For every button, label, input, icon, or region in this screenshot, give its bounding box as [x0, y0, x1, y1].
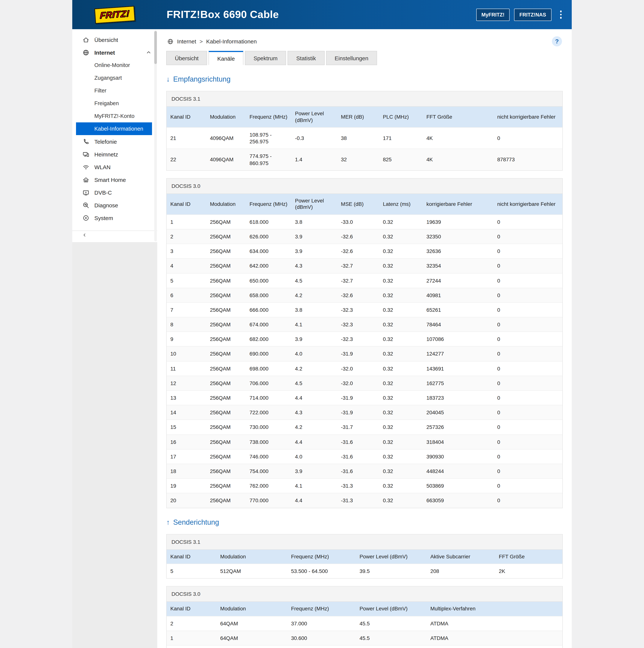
table-cell: 11: [166, 361, 206, 376]
column-header: MER (dB): [337, 107, 379, 127]
myfritz-button[interactable]: MyFRITZ!: [476, 8, 510, 21]
table-cell: 663059: [423, 493, 493, 508]
table-cell: 4.2: [291, 288, 337, 303]
table-cell: 722.000: [246, 405, 291, 420]
table-row: 9256QAM682.0003.9-32.30.321070860: [166, 332, 562, 346]
table-cell: 0.32: [379, 229, 423, 244]
tab-einstellungen[interactable]: Einstellungen: [326, 51, 377, 65]
globe-icon: [82, 49, 90, 56]
sidebar-collapse-icon[interactable]: [72, 231, 157, 239]
sidebar-item-wlan[interactable]: WLAN: [72, 161, 157, 173]
table-cell: 107086: [423, 332, 493, 346]
sidebar-item-heimnetz[interactable]: Heimnetz: [72, 148, 157, 161]
table-cell: 0.32: [379, 464, 423, 479]
table-cell: -32.0: [337, 361, 379, 376]
table-cell: -31.3: [337, 493, 379, 508]
fritz-logo-text: FRITZ!: [100, 8, 130, 20]
table-cell: 0.32: [379, 449, 423, 464]
upstream-docsis30-block: DOCSIS 3.0 Kanal IDModulationFrequenz (M…: [166, 586, 563, 648]
tab-spektrum[interactable]: Spektrum: [245, 51, 286, 65]
table-cell: -31.7: [337, 420, 379, 434]
sidebar-item-filter[interactable]: Filter: [72, 84, 157, 97]
sidebar-scrollbar-thumb[interactable]: [154, 31, 157, 64]
sidebar-item-online-monitor[interactable]: Online-Monitor: [72, 59, 157, 71]
sidebar-item-myfritz-konto[interactable]: MyFRITZ!-Konto: [72, 110, 157, 122]
table-cell: 0: [493, 346, 562, 361]
table-cell: 3.8: [291, 303, 337, 317]
sidebar-item-diagnose[interactable]: Diagnose: [72, 199, 157, 211]
table-cell: 27244: [423, 273, 493, 288]
table-cell: 64QAM: [216, 616, 287, 631]
table-cell: 3.9: [291, 244, 337, 258]
column-header: Power Level (dBmV): [291, 194, 337, 215]
sidebar-item-internet[interactable]: Internet: [72, 46, 157, 59]
table-row: 20256QAM770.0004.4-31.30.326630590: [166, 493, 562, 508]
table-cell: 43.400: [287, 645, 356, 648]
table-cell: 256QAM: [206, 434, 246, 449]
table-cell: 171: [379, 127, 423, 149]
page: FRITZ! FRITZ!Box 6690 Cable MyFRITZ! FRI…: [0, 0, 644, 648]
table-row: 6256QAM658.0004.2-32.60.32409810: [166, 288, 562, 303]
table-row: 264QAM37.00045.5ATDMA: [166, 616, 562, 631]
sidebar-item-dvb-c[interactable]: DVB-C: [72, 186, 157, 199]
table-cell: 3.9: [291, 464, 337, 479]
table-cell: -31.9: [337, 405, 379, 420]
table-cell: 256QAM: [206, 405, 246, 420]
column-header: Frequenz (MHz): [246, 194, 291, 215]
table-cell: 762.000: [246, 479, 291, 493]
table-cell: 65261: [423, 303, 493, 317]
sidebar-item-system[interactable]: System: [72, 211, 157, 224]
table-row: 1256QAM618.0003.8-33.00.32196390: [166, 215, 562, 229]
table-cell: 45.5: [356, 616, 427, 631]
table-cell: -33.0: [337, 215, 379, 229]
sidebar-item-zugangsart[interactable]: Zugangsart: [72, 71, 157, 84]
table-cell: 0: [493, 405, 562, 420]
table-cell: 0: [493, 317, 562, 332]
tab-statistik[interactable]: Statistik: [288, 51, 325, 65]
table-cell: 183723: [423, 390, 493, 405]
sidebar-item-telefonie[interactable]: Telefonie: [72, 135, 157, 148]
column-header: Power Level (dBmV): [356, 602, 427, 616]
table-cell: 878773: [493, 149, 562, 170]
sidebar-scrollbar[interactable]: [154, 30, 157, 241]
table-group-label: DOCSIS 3.1: [166, 534, 562, 550]
column-header: Aktive Subcarrier: [427, 550, 495, 564]
table-cell: ATDMA: [427, 631, 562, 645]
table-cell: 658.000: [246, 288, 291, 303]
table-cell: 4: [166, 259, 206, 273]
table-row: 11256QAM698.0004.2-32.00.321436910: [166, 361, 562, 376]
sidebar-item-freigaben[interactable]: Freigaben: [72, 97, 157, 110]
tab-uebersicht[interactable]: Übersicht: [166, 51, 207, 65]
tab-kanaele[interactable]: Kanäle: [209, 51, 243, 65]
kebab-menu-icon[interactable]: [557, 9, 564, 20]
table-cell: 256QAM: [206, 361, 246, 376]
table-cell: 4.3: [291, 259, 337, 273]
app-header: FRITZ! FRITZ!Box 6690 Cable MyFRITZ! FRI…: [72, 0, 572, 29]
upstream-heading-label: Senderichtung: [173, 518, 219, 526]
column-header: Kanal ID: [166, 550, 216, 564]
table-cell: 18: [166, 464, 206, 479]
sidebar-item-kabel-informationen[interactable]: Kabel-Informationen: [76, 122, 152, 135]
fritznas-button[interactable]: FRITZ!NAS: [514, 8, 551, 21]
table-cell: -32.3: [337, 317, 379, 332]
table-cell: 4.2: [291, 420, 337, 434]
table-cell: 0: [493, 127, 562, 149]
column-header: nicht korrigierbare Fehler: [493, 107, 562, 127]
table-cell: 10: [166, 346, 206, 361]
smart-home-icon: [82, 176, 90, 183]
table-cell: 208: [427, 564, 495, 578]
table-cell: 4.4: [291, 493, 337, 508]
sidebar-item-uebersicht[interactable]: Übersicht: [72, 33, 157, 46]
app-body: Übersicht Internet Online-Monitor Zugang…: [72, 29, 572, 648]
column-header: FFT Größe: [495, 550, 562, 564]
help-button[interactable]: ?: [552, 36, 562, 46]
table-cell: 0.32: [379, 405, 423, 420]
table-cell: 4.5: [291, 273, 337, 288]
breadcrumb-internet[interactable]: Internet: [177, 38, 196, 45]
table-cell: 0.32: [379, 390, 423, 405]
table-cell: 8: [166, 317, 206, 332]
table-cell: 0.32: [379, 303, 423, 317]
column-header: PLC (MHz): [379, 107, 423, 127]
sidebar-item-smart-home[interactable]: Smart Home: [72, 173, 157, 186]
fritz-logo[interactable]: FRITZ!: [94, 6, 135, 24]
